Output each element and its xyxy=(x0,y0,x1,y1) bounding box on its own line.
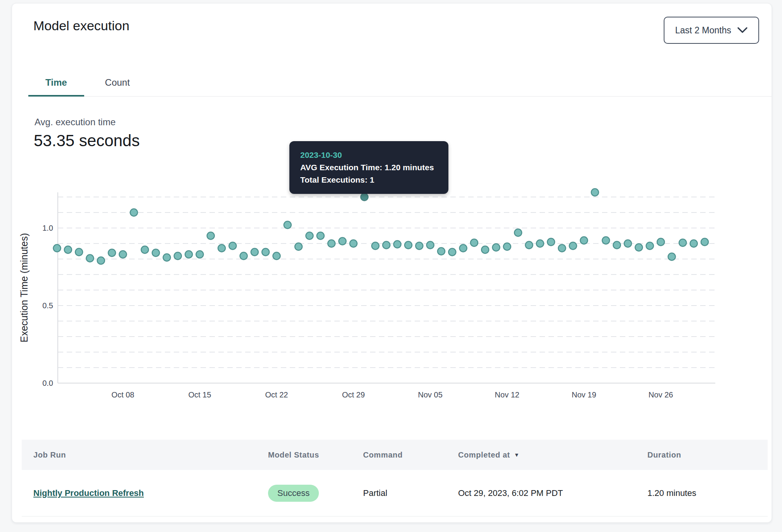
data-point[interactable] xyxy=(185,251,192,258)
job-run-link[interactable]: Nightly Production Refresh xyxy=(33,488,144,498)
data-point[interactable] xyxy=(493,244,500,251)
data-point[interactable] xyxy=(251,249,258,256)
data-point[interactable] xyxy=(273,252,280,260)
data-point[interactable] xyxy=(372,242,379,250)
execution-scatter-chart: 0.00.51.0Oct 08Oct 15Oct 22Oct 29Nov 05N… xyxy=(12,179,772,411)
data-point[interactable] xyxy=(295,243,302,250)
data-point[interactable] xyxy=(163,254,171,261)
data-point[interactable] xyxy=(75,249,83,256)
data-point[interactable] xyxy=(613,242,621,249)
data-point[interactable] xyxy=(547,238,555,246)
x-tick-label: Oct 08 xyxy=(111,390,134,399)
tab-count[interactable]: Count xyxy=(88,71,147,97)
data-point[interactable] xyxy=(415,242,423,250)
data-point[interactable] xyxy=(602,237,610,244)
data-point[interactable] xyxy=(405,242,412,249)
avg-execution-time-label: Avg. execution time xyxy=(35,117,116,128)
data-point[interactable] xyxy=(514,229,522,237)
job-runs-table: Job Run Model Status Command Completed a… xyxy=(22,440,768,516)
x-tick-label: Nov 05 xyxy=(418,390,443,399)
column-header-duration[interactable]: Duration xyxy=(647,451,768,459)
data-point[interactable] xyxy=(481,246,489,254)
sort-desc-icon: ▼ xyxy=(514,452,519,458)
data-point[interactable] xyxy=(141,246,149,254)
tab-time[interactable]: Time xyxy=(28,71,84,97)
data-point[interactable] xyxy=(558,245,566,252)
data-point[interactable] xyxy=(130,209,138,216)
data-point[interactable] xyxy=(679,239,687,247)
data-point[interactable] xyxy=(218,245,225,252)
data-point[interactable] xyxy=(328,240,335,247)
page-title: Model execution xyxy=(33,18,130,33)
x-tick-label: Oct 15 xyxy=(188,390,211,399)
data-point[interactable] xyxy=(174,252,182,260)
data-point[interactable] xyxy=(536,240,544,247)
data-point[interactable] xyxy=(240,252,247,260)
data-point[interactable] xyxy=(152,249,159,257)
data-point[interactable] xyxy=(64,246,72,254)
table-header-row: Job Run Model Status Command Completed a… xyxy=(22,440,768,470)
column-header-job-run[interactable]: Job Run xyxy=(33,451,268,459)
data-point[interactable] xyxy=(427,242,434,249)
x-tick-label: Nov 12 xyxy=(495,390,519,399)
data-point[interactable] xyxy=(394,241,401,248)
date-range-dropdown[interactable]: Last 2 Months xyxy=(664,17,759,44)
data-point[interactable] xyxy=(339,238,346,245)
tooltip-date: 2023-10-30 xyxy=(300,149,438,161)
data-point[interactable] xyxy=(668,253,675,261)
data-point[interactable] xyxy=(284,221,291,229)
data-point[interactable] xyxy=(350,240,357,247)
model-execution-card: Model execution Last 2 Months Time Count… xyxy=(12,3,772,523)
chart-tabs: Time Count xyxy=(28,66,772,97)
data-point[interactable] xyxy=(317,232,324,240)
data-point[interactable] xyxy=(448,249,456,256)
date-range-label: Last 2 Months xyxy=(675,25,731,36)
duration-cell: 1.20 minutes xyxy=(647,488,768,498)
completed-at-cell: Oct 29, 2023, 6:02 PM PDT xyxy=(458,488,647,498)
x-tick-label: Oct 29 xyxy=(342,390,365,399)
data-point[interactable] xyxy=(54,245,61,252)
column-header-command[interactable]: Command xyxy=(363,451,458,459)
data-point[interactable] xyxy=(119,251,126,258)
data-point[interactable] xyxy=(460,245,467,252)
data-point[interactable] xyxy=(438,248,445,255)
y-tick-label: 0.5 xyxy=(42,301,53,310)
tooltip-total-executions: Total Executions: 1 xyxy=(300,174,438,186)
y-axis-title: Execution Time (minutes) xyxy=(19,233,29,342)
data-point[interactable] xyxy=(196,251,203,258)
data-point[interactable] xyxy=(306,232,313,240)
data-point[interactable] xyxy=(591,189,599,196)
chevron-down-icon xyxy=(737,27,747,33)
column-header-model-status[interactable]: Model Status xyxy=(268,451,363,459)
data-point[interactable] xyxy=(229,242,236,250)
data-point[interactable] xyxy=(471,239,478,247)
data-point[interactable] xyxy=(580,237,588,244)
chart-area: 0.00.51.0Oct 08Oct 15Oct 22Oct 29Nov 05N… xyxy=(12,179,772,411)
data-point[interactable] xyxy=(108,249,116,257)
data-point[interactable] xyxy=(569,242,577,250)
x-tick-label: Oct 22 xyxy=(265,390,288,399)
chart-tooltip: 2023-10-30 AVG Execution Time: 1.20 minu… xyxy=(289,141,448,194)
data-point[interactable] xyxy=(383,242,390,249)
avg-execution-time-value: 53.35 seconds xyxy=(34,131,140,150)
data-point-highlighted[interactable] xyxy=(361,193,368,201)
data-point[interactable] xyxy=(657,238,664,246)
y-tick-label: 0.0 xyxy=(42,379,53,387)
x-tick-label: Nov 26 xyxy=(649,390,673,399)
data-point[interactable] xyxy=(86,255,93,262)
data-point[interactable] xyxy=(690,240,697,247)
column-header-completed-at[interactable]: Completed at ▼ xyxy=(458,451,647,459)
data-point[interactable] xyxy=(635,244,642,251)
data-point[interactable] xyxy=(646,242,654,250)
status-badge: Success xyxy=(268,485,319,502)
table-row: Nightly Production Refresh Success Parti… xyxy=(22,470,768,516)
data-point[interactable] xyxy=(503,243,511,250)
command-cell: Partial xyxy=(363,488,458,498)
data-point[interactable] xyxy=(701,238,708,246)
data-point[interactable] xyxy=(262,249,269,256)
data-point[interactable] xyxy=(525,242,533,249)
data-point[interactable] xyxy=(207,232,215,240)
data-point[interactable] xyxy=(97,257,105,264)
data-point[interactable] xyxy=(624,240,631,247)
tooltip-avg-execution-time: AVG Execution Time: 1.20 minutes xyxy=(300,161,438,174)
